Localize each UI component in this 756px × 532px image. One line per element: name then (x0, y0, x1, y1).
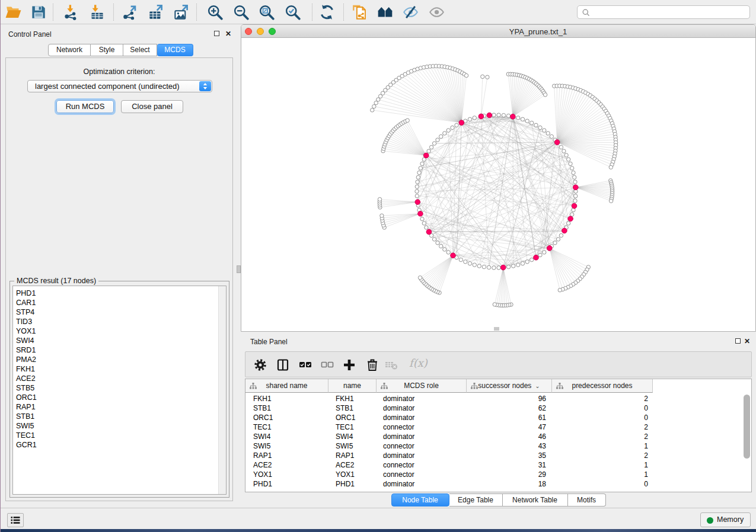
network-graph[interactable] (241, 39, 755, 332)
table-row[interactable]: PHD1PHD1dominator180 (245, 479, 751, 489)
mcds-result-item[interactable]: GCR1 (13, 440, 218, 450)
zoom-in-icon[interactable] (207, 4, 223, 20)
tab-network[interactable]: Network (48, 44, 91, 56)
mcds-result-item[interactable]: PHD1 (13, 289, 218, 298)
delete-column-icon[interactable] (365, 358, 379, 372)
column-header-shared-name[interactable]: shared name (245, 379, 328, 393)
toolbar-separator (113, 4, 114, 21)
export-network-icon[interactable] (122, 4, 138, 20)
table-cell: connector (377, 422, 467, 432)
mcds-result-item[interactable]: ACE2 (13, 374, 218, 383)
show-all-icon[interactable] (429, 4, 445, 20)
table-row[interactable]: YOX1YOX1connector291 (245, 470, 751, 479)
clone-network-icon[interactable] (352, 4, 368, 20)
table-cell: 2 (552, 394, 653, 403)
column-header-successor-nodes[interactable]: successor nodes⌄ (467, 379, 552, 393)
table-cell: dominator (377, 432, 467, 441)
mcds-result-item[interactable]: YOX1 (13, 326, 218, 336)
import-table-icon[interactable] (89, 4, 105, 20)
hide-selected-icon[interactable] (403, 4, 419, 20)
mcds-result-item[interactable]: SRD1 (13, 345, 218, 355)
table-cell: SWI4 (328, 432, 377, 441)
search-box[interactable] (577, 5, 750, 19)
window-close-icon[interactable] (245, 28, 252, 35)
tab-style[interactable]: Style (91, 44, 123, 56)
first-neighbors-icon[interactable] (377, 4, 393, 20)
network-canvas[interactable] (241, 39, 755, 332)
mcds-result-item[interactable]: CAR1 (13, 298, 218, 307)
zoom-selected-icon[interactable] (285, 4, 301, 20)
close-panel-button[interactable]: Close panel (121, 100, 183, 113)
mcds-result-item[interactable]: RAP1 (13, 402, 218, 412)
table-row[interactable]: TEC1TEC1connector472 (245, 422, 751, 432)
mcds-result-item[interactable]: STB5 (13, 383, 218, 393)
zoom-fit-icon[interactable] (259, 4, 275, 20)
table-cell: 0 (552, 413, 653, 422)
mcds-list-scrollbar[interactable] (218, 286, 226, 494)
float-table-panel-icon[interactable] (735, 338, 741, 344)
float-panel-icon[interactable] (214, 31, 219, 36)
tab-motifs[interactable]: Motifs (568, 493, 606, 507)
mcds-result-item[interactable]: TID3 (13, 317, 218, 326)
run-mcds-button[interactable]: Run MCDS (56, 100, 114, 113)
optimization-criterion-label: Optimization criterion: (6, 68, 232, 76)
splitter-grip[interactable] (494, 327, 499, 331)
delete-table-icon[interactable] (384, 358, 398, 372)
table-scrollbar-thumb[interactable] (744, 395, 750, 459)
table-row[interactable]: FKH1FKH1dominator962 (245, 394, 751, 403)
desktop-edge-left (0, 0, 1, 532)
mcds-result-item[interactable]: TEC1 (13, 431, 218, 440)
table-row[interactable]: SWI5SWI5connector431 (245, 441, 751, 451)
search-icon (582, 8, 591, 17)
toolbar-separator (53, 4, 53, 21)
save-session-icon[interactable] (30, 4, 46, 20)
mcds-result-item[interactable]: SWI4 (13, 336, 218, 345)
table-cell: FKH1 (245, 394, 328, 403)
mcds-result-item[interactable]: ORC1 (13, 393, 218, 402)
column-header-predecessor-nodes[interactable]: predecessor nodes (552, 379, 653, 393)
show-column-icon[interactable] (276, 358, 290, 372)
add-column-icon[interactable] (342, 358, 356, 372)
open-file-icon[interactable] (5, 4, 21, 20)
refresh-layout-icon[interactable] (319, 4, 335, 20)
table-row[interactable]: ORC1ORC1dominator610 (245, 413, 751, 422)
mcds-result-item[interactable]: SWI5 (13, 421, 218, 431)
window-maximize-icon[interactable] (269, 28, 276, 35)
zoom-out-icon[interactable] (233, 4, 249, 20)
import-network-icon[interactable] (63, 4, 79, 20)
mcds-result-item[interactable]: STP4 (13, 307, 218, 317)
table-row[interactable]: SWI4SWI4dominator462 (245, 432, 751, 441)
close-panel-icon[interactable]: ✕ (225, 30, 231, 37)
network-titlebar[interactable]: YPA_prune.txt_1 (241, 25, 755, 38)
search-input[interactable] (593, 7, 744, 17)
tab-mcds[interactable]: MCDS (157, 44, 193, 56)
table-row[interactable]: ACE2ACE2connector311 (245, 460, 751, 470)
table-scrollbar[interactable] (744, 395, 750, 489)
unselect-all-icon[interactable] (320, 358, 334, 372)
function-builder-icon[interactable]: f(x) (409, 357, 428, 369)
tab-node-table[interactable]: Node Table (391, 493, 449, 507)
column-header-MCDS-role[interactable]: MCDS role (377, 379, 467, 393)
table-row[interactable]: RAP1RAP1dominator352 (245, 451, 751, 460)
tab-edge-table[interactable]: Edge Table (449, 493, 503, 507)
close-table-panel-icon[interactable]: ✕ (744, 338, 750, 345)
table-cell: 0 (552, 479, 653, 489)
table-row[interactable]: STB1STB1dominator620 (245, 403, 751, 413)
select-all-icon[interactable] (298, 358, 312, 372)
mcds-result-list[interactable]: PHD1CAR1STP4TID3YOX1SWI4SRD1PMA2FKH1ACE2… (12, 286, 227, 495)
mcds-result-item[interactable]: STB1 (13, 412, 218, 421)
mcds-result-item[interactable]: FKH1 (13, 364, 218, 374)
export-table-icon[interactable] (148, 4, 164, 20)
tab-select[interactable]: Select (123, 44, 157, 56)
column-header-name[interactable]: name (328, 379, 377, 393)
mcds-result-item[interactable]: PMA2 (13, 355, 218, 364)
export-image-icon[interactable] (173, 4, 189, 20)
optimization-criterion-select[interactable]: largest connected component (undirected) (27, 80, 212, 92)
splitter-grip-vertical[interactable] (237, 265, 241, 273)
memory-button[interactable]: Memory (700, 512, 751, 527)
table-cell: ACE2 (328, 460, 377, 470)
task-history-button[interactable] (7, 513, 24, 527)
table-settings-icon[interactable] (253, 358, 267, 372)
tab-network-table[interactable]: Network Table (503, 493, 568, 507)
window-minimize-icon[interactable] (257, 28, 264, 35)
